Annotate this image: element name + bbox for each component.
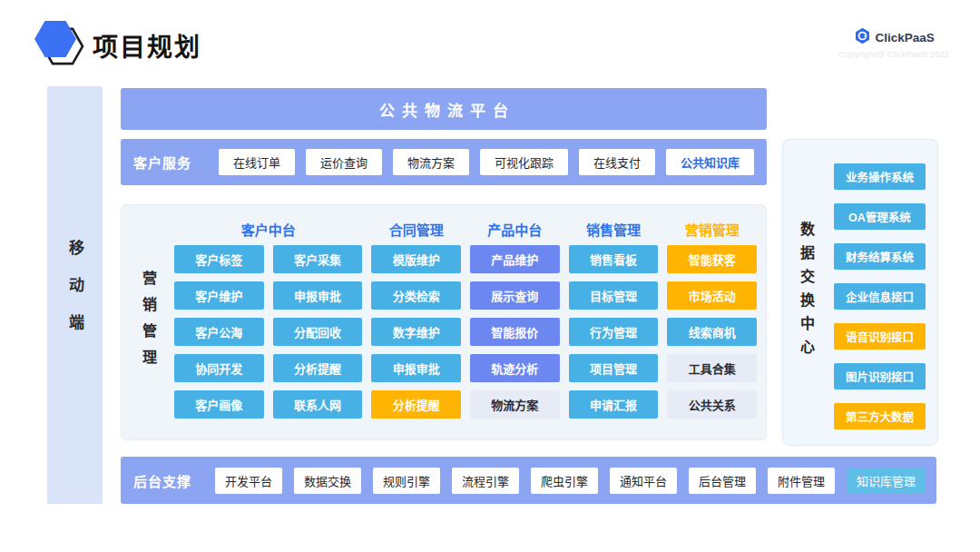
grid-cell: 展示查询 xyxy=(470,281,560,310)
grid-cell: 协同开发 xyxy=(174,354,264,382)
bottom-item: 知识库管理 xyxy=(847,468,926,494)
grid-cell: 申报审批 xyxy=(371,354,461,382)
grid-cell: 分析提醒 xyxy=(273,354,363,382)
column-header: 客户中台 xyxy=(174,212,362,245)
service-item: 在线支付 xyxy=(579,149,655,175)
grid-cell: 市场活动 xyxy=(667,281,757,310)
cell-grid: 客户标签 客户采集 模版维护 产品维护 销售看板 智能获客 客户维护 申报审批 … xyxy=(174,245,757,419)
grid-cell: 客户画像 xyxy=(174,390,264,419)
bottom-item: 流程引擎 xyxy=(452,468,519,494)
side-label-marketing: 营销管理 xyxy=(137,271,159,376)
brand-name: ClickPaaS xyxy=(876,31,935,44)
column-header: 营销管理 xyxy=(667,212,757,245)
page-header: 项目规划 ClickPaaS Copyright@ ClickPaaS 2022 xyxy=(0,0,980,82)
bottom-item: 规则引擎 xyxy=(373,468,440,494)
grid-cell: 分类检索 xyxy=(371,281,461,310)
bottom-band-label: 后台支撑 xyxy=(121,471,191,490)
grid-cell: 模版维护 xyxy=(371,245,461,273)
service-band-label: 客户服务 xyxy=(121,153,191,172)
mobile-bar: 移动端 xyxy=(47,86,103,504)
grid-cell: 物流方案 xyxy=(470,390,560,419)
service-item: 在线订单 xyxy=(219,149,295,175)
grid-cell: 客户公海 xyxy=(174,318,264,346)
brand-block: ClickPaaS Copyright@ ClickPaaS 2022 xyxy=(838,27,949,59)
grid-cell: 分析提醒 xyxy=(371,390,461,419)
page-title: 项目规划 xyxy=(93,27,201,64)
grid-cell: 产品维护 xyxy=(470,245,560,273)
grid-cell: 销售看板 xyxy=(569,245,659,273)
grid-cell: 申报审批 xyxy=(273,281,363,310)
bottom-items: 开发平台 数据交换 规则引擎 流程引擎 爬虫引擎 通知平台 后台管理 附件管理 … xyxy=(215,468,936,494)
bottom-item: 数据交换 xyxy=(294,468,361,494)
bottom-item: 后台管理 xyxy=(689,468,756,494)
column-header-row: 客户中台 合同管理 产品中台 销售管理 营销管理 xyxy=(174,212,757,245)
grid-cell: 智能获客 xyxy=(667,245,757,273)
service-item: 物流方案 xyxy=(393,149,469,175)
service-item: 公共知识库 xyxy=(666,149,754,175)
bottom-item: 开发平台 xyxy=(215,468,282,494)
banner-title: 公共物流平台 xyxy=(372,98,515,121)
service-band: 客户服务 在线订单 运价查询 物流方案 可视化跟踪 在线支付 公共知识库 xyxy=(121,139,767,185)
clickpaas-logo-icon xyxy=(854,27,871,48)
grid-cell: 工具合集 xyxy=(667,354,757,382)
service-item: 运价查询 xyxy=(306,149,382,175)
main-panel: 营销管理 客户中台 合同管理 产品中台 销售管理 营销管理 客户标签 客户采集 … xyxy=(121,204,767,440)
service-items: 在线订单 运价查询 物流方案 可视化跟踪 在线支付 公共知识库 xyxy=(219,149,767,175)
grid-cell: 行为管理 xyxy=(569,318,659,346)
grid-cell: 线索商机 xyxy=(667,318,757,346)
right-panel-item: 财务结算系统 xyxy=(834,243,926,270)
column-header: 合同管理 xyxy=(371,212,461,245)
grid-cell: 项目管理 xyxy=(569,354,659,382)
side-label-data-exchange: 数据交换中心 xyxy=(795,222,817,363)
data-exchange-items: 业务操作系统 OA管理系统 财务结算系统 企业信息接口 语音识别接口 图片识别接… xyxy=(834,163,926,429)
grid-cell: 申请汇报 xyxy=(569,390,659,419)
top-banner: 公共物流平台 xyxy=(121,88,767,130)
grid-cell: 客户标签 xyxy=(174,245,264,273)
service-item: 可视化跟踪 xyxy=(480,149,568,175)
right-panel-item: 企业信息接口 xyxy=(834,283,926,310)
grid-cell: 客户维护 xyxy=(174,281,264,310)
grid-cell: 分配回收 xyxy=(273,318,363,346)
column-header: 销售管理 xyxy=(569,212,659,245)
copyright-text: Copyright@ ClickPaaS 2022 xyxy=(838,50,949,59)
bottom-item: 通知平台 xyxy=(610,468,677,494)
grid-cell: 联系人网 xyxy=(273,390,363,419)
grid-cell: 数字维护 xyxy=(371,318,461,346)
bottom-item: 爬虫引擎 xyxy=(531,468,598,494)
grid-cell: 智能报价 xyxy=(470,318,560,346)
grid-cell: 轨迹分析 xyxy=(470,354,560,382)
column-header: 产品中台 xyxy=(470,212,560,245)
right-panel-item: 图片识别接口 xyxy=(834,363,926,389)
right-panel-item: 业务操作系统 xyxy=(834,163,926,190)
grid-cell: 目标管理 xyxy=(569,281,659,310)
bottom-band: 后台支撑 开发平台 数据交换 规则引擎 流程引擎 爬虫引擎 通知平台 后台管理 … xyxy=(121,457,936,504)
bottom-item: 附件管理 xyxy=(768,468,835,494)
data-exchange-panel: 数据交换中心 业务操作系统 OA管理系统 财务结算系统 企业信息接口 语音识别接… xyxy=(782,139,938,446)
right-panel-item: 第三方大数据 xyxy=(834,403,926,429)
grid-cell: 客户采集 xyxy=(273,245,363,273)
app-logo-icon xyxy=(33,15,85,72)
right-panel-item: OA管理系统 xyxy=(834,203,926,230)
page-canvas: 项目规划 ClickPaaS Copyright@ ClickPaaS 2022… xyxy=(0,0,980,552)
right-panel-item: 语音识别接口 xyxy=(834,323,926,350)
grid-cell: 公共关系 xyxy=(667,390,757,419)
mobile-bar-label: 移动端 xyxy=(64,240,86,351)
